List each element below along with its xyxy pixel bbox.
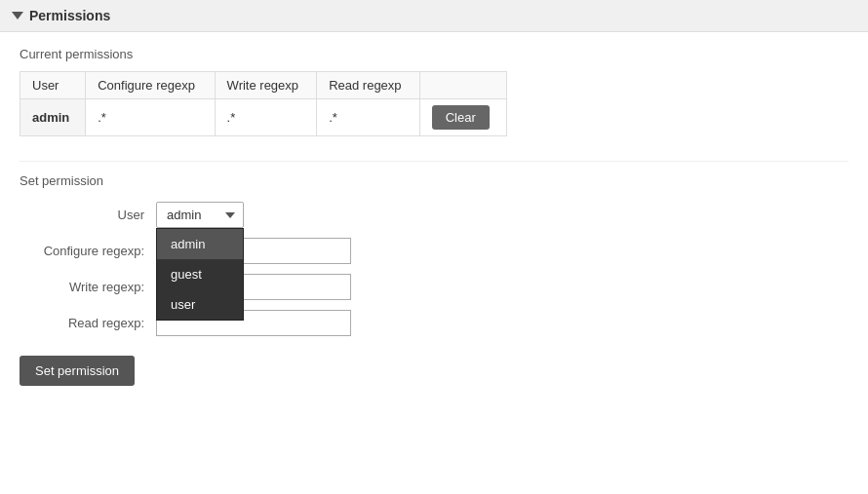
write-regexp-row: Write regexp: bbox=[20, 274, 848, 300]
user-form-row: User admin admin guest user bbox=[20, 202, 848, 228]
set-permission-btn-row: Set permission bbox=[20, 346, 848, 386]
configure-regexp-row: Configure regexp: bbox=[20, 238, 848, 264]
clear-button[interactable]: Clear bbox=[432, 105, 490, 130]
read-regexp-label: Read regexp: bbox=[20, 316, 156, 330]
read-regexp-row: Read regexp: bbox=[20, 310, 848, 336]
section-title: Permissions bbox=[29, 8, 110, 23]
cell-configure-regexp: .* bbox=[86, 99, 215, 136]
set-permission-button[interactable]: Set permission bbox=[20, 356, 135, 386]
user-label: User bbox=[20, 208, 156, 222]
write-regexp-label: Write regexp: bbox=[20, 280, 156, 294]
user-dropdown-menu: admin guest user bbox=[156, 228, 244, 321]
permissions-section: Permissions Current permissions User Con… bbox=[0, 0, 868, 405]
header-user: User bbox=[20, 72, 86, 99]
user-select-wrapper: admin admin guest user bbox=[156, 202, 244, 228]
selected-user-text: admin bbox=[167, 208, 201, 222]
permissions-table: User Configure regexp Write regexp Read … bbox=[20, 71, 507, 136]
set-permission-area: Set permission User admin admin guest us… bbox=[0, 151, 868, 405]
cell-write-regexp: .* bbox=[215, 99, 317, 136]
dropdown-item-user[interactable]: user bbox=[157, 289, 243, 320]
user-select[interactable]: admin bbox=[156, 202, 244, 228]
header-read-regexp: Read regexp bbox=[317, 72, 420, 99]
table-header-row: User Configure regexp Write regexp Read … bbox=[20, 72, 507, 99]
current-permissions-area: Current permissions User Configure regex… bbox=[0, 32, 868, 151]
current-permissions-label: Current permissions bbox=[20, 47, 848, 61]
set-permission-label: Set permission bbox=[20, 161, 848, 188]
header-write-regexp: Write regexp bbox=[215, 72, 317, 99]
header-configure-regexp: Configure regexp bbox=[86, 72, 215, 99]
header-actions bbox=[419, 72, 506, 99]
configure-regexp-label: Configure regexp: bbox=[20, 244, 156, 258]
collapse-icon bbox=[12, 12, 23, 19]
dropdown-item-admin[interactable]: admin bbox=[157, 229, 243, 259]
cell-clear-action: Clear bbox=[419, 99, 506, 136]
table-row: admin .* .* .* Clear bbox=[20, 99, 507, 136]
cell-user: admin bbox=[20, 99, 86, 136]
dropdown-item-guest[interactable]: guest bbox=[157, 259, 243, 289]
cell-read-regexp: .* bbox=[317, 99, 420, 136]
section-header: Permissions bbox=[0, 0, 868, 32]
